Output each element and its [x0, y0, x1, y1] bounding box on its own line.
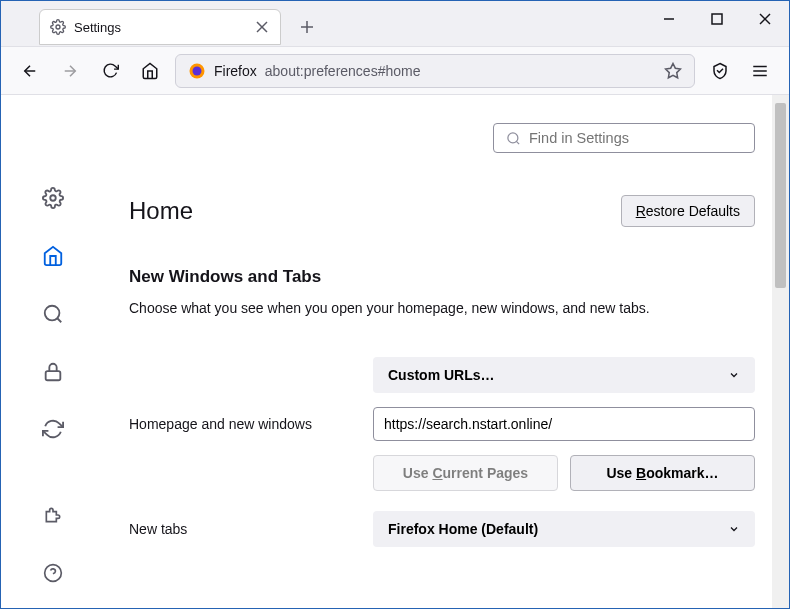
svg-line-24 — [516, 141, 519, 144]
pocket-button[interactable] — [705, 56, 735, 86]
home-toolbar-button[interactable] — [135, 56, 165, 86]
titlebar: Settings — [1, 1, 789, 47]
section-description: Choose what you see when you open your h… — [129, 299, 755, 319]
tab-title: Settings — [74, 20, 246, 35]
newtabs-label: New tabs — [129, 521, 353, 537]
section-title: New Windows and Tabs — [129, 267, 755, 287]
reload-button[interactable] — [95, 56, 125, 86]
nav-general[interactable] — [37, 183, 69, 213]
bookmark-star-icon[interactable] — [664, 62, 682, 80]
close-window-button[interactable] — [757, 11, 773, 27]
svg-point-12 — [193, 66, 202, 75]
homepage-label: Homepage and new windows — [129, 416, 353, 432]
use-current-pages-button[interactable]: Use Current Pages — [373, 455, 558, 491]
chevron-down-icon — [728, 369, 740, 381]
scrollbar[interactable] — [772, 95, 789, 608]
toolbar: Firefox about:preferences#home — [1, 47, 789, 95]
tab-strip: Settings — [1, 1, 661, 45]
url-bar[interactable]: Firefox about:preferences#home — [175, 54, 695, 88]
maximize-button[interactable] — [709, 11, 725, 27]
homepage-url-input[interactable] — [373, 407, 755, 441]
close-tab-icon[interactable] — [254, 19, 270, 35]
svg-marker-13 — [666, 63, 681, 77]
svg-rect-6 — [712, 14, 722, 24]
nav-extensions[interactable] — [37, 500, 69, 530]
svg-point-23 — [508, 132, 518, 142]
browser-tab[interactable]: Settings — [39, 9, 281, 45]
restore-defaults-button[interactable]: Restore Defaults — [621, 195, 755, 227]
nav-help[interactable] — [37, 558, 69, 588]
url-scheme: Firefox — [214, 63, 257, 79]
settings-search-input[interactable] — [529, 130, 742, 146]
scrollbar-thumb[interactable] — [775, 103, 786, 288]
chevron-down-icon — [728, 523, 740, 535]
svg-line-19 — [57, 318, 61, 322]
minimize-button[interactable] — [661, 11, 677, 27]
svg-point-0 — [56, 25, 60, 29]
nav-sync[interactable] — [37, 414, 69, 444]
gear-icon — [50, 19, 66, 35]
svg-point-17 — [50, 195, 56, 201]
settings-search[interactable] — [493, 123, 755, 153]
nav-search[interactable] — [37, 299, 69, 329]
new-tab-button[interactable] — [293, 13, 321, 41]
window-controls — [661, 1, 789, 27]
use-bookmark-button[interactable]: Use Bookmark… — [570, 455, 755, 491]
homepage-select[interactable]: Custom URLs… — [373, 357, 755, 393]
main-panel: Home Restore Defaults New Windows and Ta… — [105, 95, 789, 608]
sidebar-nav — [1, 95, 105, 608]
svg-point-18 — [45, 305, 60, 320]
page-title: Home — [129, 197, 193, 225]
nav-home[interactable] — [37, 241, 69, 271]
url-path: about:preferences#home — [265, 63, 421, 79]
hamburger-menu-button[interactable] — [745, 56, 775, 86]
nav-privacy[interactable] — [37, 357, 69, 387]
forward-button[interactable] — [55, 56, 85, 86]
svg-rect-20 — [46, 371, 61, 380]
newtabs-select[interactable]: Firefox Home (Default) — [373, 511, 755, 547]
firefox-logo-icon — [188, 62, 206, 80]
search-icon — [506, 131, 521, 146]
url-text: Firefox about:preferences#home — [214, 63, 420, 79]
content-area: Home Restore Defaults New Windows and Ta… — [1, 95, 789, 608]
newtabs-select-value: Firefox Home (Default) — [388, 521, 538, 537]
homepage-select-value: Custom URLs… — [388, 367, 495, 383]
back-button[interactable] — [15, 56, 45, 86]
